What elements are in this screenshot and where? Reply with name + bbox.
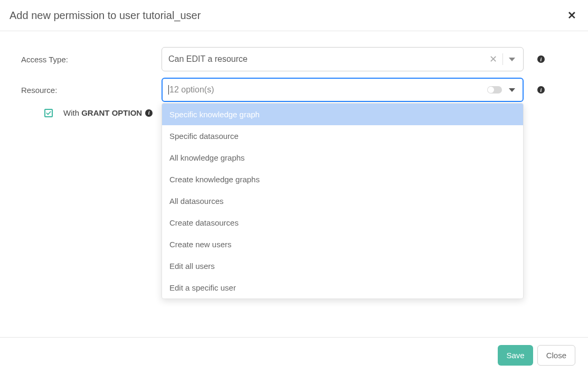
resource-label: Resource: — [21, 86, 162, 95]
option-edit-specific-user[interactable]: Edit a specific user — [162, 277, 523, 299]
access-type-control: Can EDIT a resource ✕ — [162, 47, 524, 71]
grant-checkbox[interactable] — [44, 109, 53, 117]
option-specific-datasource[interactable]: Specific datasource — [162, 125, 523, 147]
resource-placeholder: 12 option(s) — [168, 85, 487, 95]
info-col: i — [524, 86, 545, 94]
resource-placeholder-text: 12 option(s) — [169, 85, 214, 94]
close-button[interactable]: Close — [537, 345, 575, 366]
modal-body: Access Type: Can EDIT a resource ✕ i Res… — [0, 31, 588, 133]
info-icon[interactable]: i — [145, 109, 153, 117]
toggle-switch[interactable] — [487, 86, 502, 94]
modal-footer: Save Close — [0, 337, 588, 373]
check-icon — [45, 110, 52, 116]
resource-dropdown: Specific knowledge graph Specific dataso… — [162, 103, 524, 299]
grant-label: With GRANT OPTION — [63, 108, 142, 117]
modal-header: Add new permission to user tutorial_user… — [0, 0, 588, 31]
resource-control: 12 option(s) Specific knowledge graph Sp… — [162, 78, 524, 102]
option-create-knowledge-graphs[interactable]: Create knowledge graphs — [162, 169, 523, 190]
close-icon[interactable]: ✕ — [565, 8, 578, 23]
info-col: i — [524, 55, 545, 63]
save-button[interactable]: Save — [498, 345, 533, 366]
resource-select[interactable]: 12 option(s) — [162, 78, 524, 102]
row-resource: Resource: 12 option(s) Specific knowledg… — [21, 78, 567, 102]
row-access-type: Access Type: Can EDIT a resource ✕ i — [21, 47, 567, 71]
toggle-knob — [488, 87, 494, 93]
access-type-value: Can EDIT a resource — [168, 54, 486, 64]
access-type-select[interactable]: Can EDIT a resource ✕ — [162, 47, 524, 71]
separator — [502, 53, 503, 65]
modal-title: Add new permission to user tutorial_user — [10, 10, 201, 22]
option-create-datasources[interactable]: Create datasources — [162, 212, 523, 234]
option-all-datasources[interactable]: All datasources — [162, 190, 523, 212]
option-create-new-users[interactable]: Create new users — [162, 234, 523, 255]
info-icon[interactable]: i — [537, 55, 545, 63]
grant-prefix: With — [63, 108, 81, 117]
clear-icon[interactable]: ✕ — [486, 54, 500, 64]
chevron-down-icon[interactable] — [505, 52, 519, 66]
info-icon[interactable]: i — [537, 86, 545, 94]
option-all-knowledge-graphs[interactable]: All knowledge graphs — [162, 147, 523, 169]
option-specific-knowledge-graph[interactable]: Specific knowledge graph — [162, 104, 523, 125]
grant-bold: GRANT OPTION — [81, 108, 142, 117]
chevron-down-icon[interactable] — [505, 83, 519, 97]
access-type-label: Access Type: — [21, 55, 162, 64]
text-cursor — [168, 85, 169, 95]
option-edit-all-users[interactable]: Edit all users — [162, 255, 523, 277]
